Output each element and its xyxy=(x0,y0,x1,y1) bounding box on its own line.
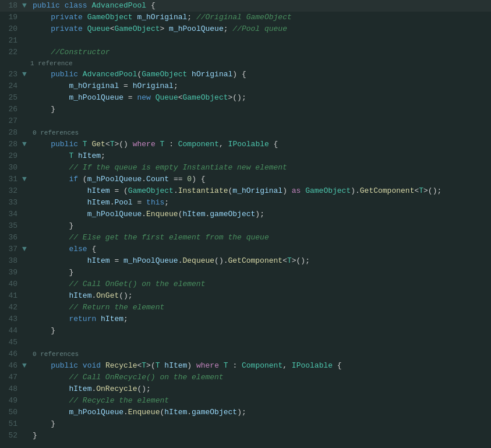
token-punct: ; xyxy=(101,151,105,160)
line-number: 18 xyxy=(0,0,22,12)
line-number: 28 xyxy=(0,127,22,139)
line-number: 42 xyxy=(0,302,22,313)
line-number: 31 xyxy=(0,174,22,185)
code-line: 38 hItem = m_hPoolQueue.Dequeue().GetCom… xyxy=(0,255,491,267)
line-number: 35 xyxy=(0,220,22,232)
token-comment: // If the queue is empty Instantiate new… xyxy=(69,163,287,172)
code-content: //Constructor xyxy=(30,47,491,58)
code-line: 49 // Recycle the element xyxy=(0,395,491,407)
code-content: } xyxy=(30,267,491,278)
fold-icon xyxy=(22,313,30,325)
fold-icon xyxy=(22,255,30,267)
token-punct: ; xyxy=(187,13,196,22)
fold-icon xyxy=(22,12,30,23)
token-type: Component xyxy=(242,361,282,370)
line-number: 45 xyxy=(0,337,22,348)
fold-icon[interactable]: ▼ xyxy=(22,174,30,185)
token-punct: } xyxy=(33,431,37,440)
code-content: public T Get<T>() where T : Component, I… xyxy=(30,139,491,150)
token-punct: (); xyxy=(137,384,150,393)
fold-icon[interactable]: ▼ xyxy=(22,360,30,372)
code-line: 34 m_hPoolQueue.Enqueue(hItem.gameObject… xyxy=(0,209,491,220)
code-line: 47 // Call OnRecycle() on the element xyxy=(0,372,491,383)
token-kw: class xyxy=(65,1,87,10)
code-line: 28 0 references xyxy=(0,127,491,139)
token-fn: Recycle xyxy=(105,361,137,370)
line-number: 43 xyxy=(0,313,22,325)
code-content: hItem = m_hPoolQueue.Dequeue().GetCompon… xyxy=(30,255,491,267)
token-punct: . xyxy=(142,175,146,184)
code-line: 25 m_hPoolQueue = new Queue<GameObject>(… xyxy=(0,92,491,104)
code-content: // If the queue is empty Instantiate new… xyxy=(30,162,491,174)
fold-icon[interactable]: ▼ xyxy=(22,0,30,12)
token-punct: . xyxy=(142,210,146,218)
token-punct xyxy=(78,361,83,370)
code-content: m_hPoolQueue = new Queue<GameObject>(); xyxy=(30,92,491,104)
code-line: 41 hItem.OnGet(); xyxy=(0,290,491,302)
line-number: 21 xyxy=(0,35,22,47)
token-comment: // Else get the first element from the q… xyxy=(69,233,269,242)
token-prop: gameObject xyxy=(210,210,255,218)
line-number: 49 xyxy=(0,395,22,407)
token-comment: //Constructor xyxy=(51,48,109,57)
line-number: 28 xyxy=(0,139,22,150)
token-prop: m_hPoolQueue xyxy=(123,256,178,265)
token-punct: ) xyxy=(187,361,196,370)
fold-icon[interactable]: ▼ xyxy=(22,139,30,150)
token-fn: Enqueue xyxy=(128,408,160,417)
token-type: T xyxy=(287,256,292,265)
fold-icon xyxy=(22,35,30,47)
token-punct: = xyxy=(123,93,137,102)
fold-icon xyxy=(22,278,30,290)
token-type: IPoolable xyxy=(292,361,333,370)
token-punct xyxy=(151,93,156,102)
token-kw2: where xyxy=(133,140,156,149)
fold-icon xyxy=(22,150,30,162)
token-punct: ); xyxy=(237,408,246,417)
code-line: 52 } xyxy=(0,430,491,442)
code-content: if (m_hPoolQueue.Count == 0) { xyxy=(30,174,491,185)
token-punct: { xyxy=(269,140,278,149)
fold-icon[interactable]: ▼ xyxy=(22,69,30,80)
token-type: T xyxy=(110,140,115,149)
code-line: 24 m_hOriginal = hOriginal; xyxy=(0,80,491,92)
token-prop: hOriginal xyxy=(192,70,232,79)
code-line: 21 xyxy=(0,35,491,47)
token-type: GameObject xyxy=(183,93,228,102)
code-content: public AdvancedPool(GameObject hOriginal… xyxy=(30,69,491,80)
token-kw: return xyxy=(69,315,96,323)
token-kw2: where xyxy=(196,361,219,370)
fold-icon xyxy=(22,185,30,197)
line-number: 33 xyxy=(0,197,22,209)
line-number: 22 xyxy=(0,47,22,58)
fold-icon xyxy=(22,372,30,383)
code-line: 33 hItem.Pool = this; xyxy=(0,197,491,209)
token-punct: = ( xyxy=(110,186,128,195)
token-prop: Count xyxy=(146,175,169,184)
token-prop: hItem xyxy=(164,408,187,417)
token-kw: this xyxy=(146,198,164,207)
token-prop: gameObject xyxy=(192,408,237,417)
fold-icon xyxy=(22,104,30,115)
token-type: GameObject xyxy=(142,70,187,79)
token-type: T xyxy=(224,361,228,370)
token-punct xyxy=(219,361,224,370)
token-prop: m_hPoolQueue xyxy=(69,408,123,417)
token-punct: (); xyxy=(119,291,132,300)
code-content: // Recycle the element xyxy=(30,395,491,407)
code-content: 0 references xyxy=(30,127,491,139)
fold-icon xyxy=(22,80,30,92)
code-content: } xyxy=(30,418,491,430)
code-content: } xyxy=(30,220,491,232)
token-prop: hItem xyxy=(87,198,110,207)
token-punct: > xyxy=(160,24,169,33)
line-number: 19 xyxy=(0,12,22,23)
token-comment: // Return the element xyxy=(69,303,164,312)
code-content: hItem.OnGet(); xyxy=(30,290,491,302)
token-kw: void xyxy=(83,361,101,370)
token-punct xyxy=(96,315,101,323)
fold-icon[interactable]: ▼ xyxy=(22,244,30,255)
fold-icon xyxy=(22,232,30,244)
code-line: 28▼ public T Get<T>() where T : Componen… xyxy=(0,139,491,150)
code-content: // Call OnGet() on the element xyxy=(30,278,491,290)
